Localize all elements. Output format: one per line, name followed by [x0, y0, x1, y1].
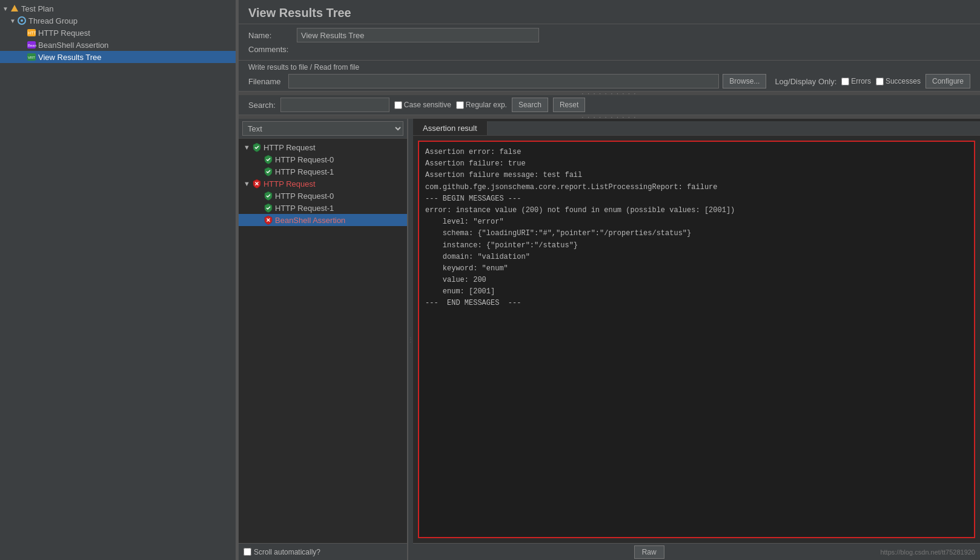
shield-green-icon: [263, 203, 273, 213]
case-sensitive-label[interactable]: Case sensitive: [394, 101, 451, 109]
successes-label: Successes: [886, 77, 921, 85]
sidebar-item-http-request[interactable]: HTTP HTTP Request: [0, 27, 236, 39]
tree-node[interactable]: HTTP Request-0: [239, 190, 407, 202]
shield-green-icon: [263, 155, 273, 164]
log-display-label: Log/Display Only:: [775, 77, 836, 86]
tab-assertion-result[interactable]: Assertion result: [413, 121, 488, 135]
arrow-icon: ▼: [243, 144, 250, 151]
regular-exp-checkbox[interactable]: [456, 101, 464, 109]
sidebar-item-label: HTTP Request: [38, 28, 90, 38]
tree-node-label: HTTP Request-1: [275, 167, 334, 176]
tree-node-label: HTTP Request: [263, 179, 316, 188]
shield-green-icon: [263, 167, 273, 176]
successes-checkbox-label[interactable]: Successes: [876, 77, 921, 85]
name-label: Name:: [248, 31, 297, 40]
split-handle[interactable]: ⋮: [408, 119, 413, 560]
dropdown-row: Text HTML JSON XML Regexp Tester: [239, 119, 407, 139]
tree-node[interactable]: ▼ HTTP Request: [239, 141, 407, 153]
view-results-tree-icon: VRT: [27, 52, 36, 62]
test-plan-icon: [10, 4, 19, 13]
log-display-row: Log/Display Only: Errors Successes Confi…: [775, 74, 970, 88]
search-section: Search: Case sensitive Regular exp. Sear…: [239, 95, 980, 115]
comments-row: Comments:: [248, 45, 970, 54]
tree-node[interactable]: HTTP Request-0: [239, 153, 407, 165]
result-panel: Assertion result Assertion error: false …: [413, 119, 980, 560]
browse-button[interactable]: Browse...: [723, 74, 766, 88]
tree-node-label: HTTP Request-0: [275, 192, 334, 201]
tree-node-label: HTTP Request: [263, 143, 316, 152]
case-sensitive-text: Case sensitive: [404, 101, 451, 109]
file-row: Filename Browse... Log/Display Only: Err…: [248, 74, 970, 88]
case-sensitive-checkbox[interactable]: [394, 101, 402, 109]
search-button[interactable]: Search: [512, 98, 548, 112]
tree-bottom-bar: Scroll automatically?: [239, 543, 407, 560]
sidebar-item-label: View Results Tree: [38, 53, 102, 62]
sidebar-item-label: Thread Group: [28, 16, 78, 25]
panel-title: View Results Tree: [239, 0, 980, 24]
sidebar-item-beanshell-assertion[interactable]: Bean BeanShell Assertion: [0, 39, 236, 51]
tree-node-label: BeanShell Assertion: [275, 216, 345, 225]
scroll-checkbox-label[interactable]: Scroll automatically?: [243, 548, 320, 556]
arrow-icon: ▼: [243, 180, 250, 187]
http-request-icon: HTTP: [27, 28, 36, 38]
view-dropdown[interactable]: Text HTML JSON XML Regexp Tester: [242, 121, 403, 136]
filename-label: Filename: [248, 77, 285, 86]
regular-exp-text: Regular exp.: [466, 101, 507, 109]
scroll-label: Scroll automatically?: [254, 548, 320, 556]
filename-input[interactable]: [288, 74, 719, 88]
tree-node-label: HTTP Request-0: [275, 155, 334, 164]
tree-node[interactable]: HTTP Request-1: [239, 202, 407, 214]
sidebar-item-thread-group[interactable]: ▼ Thread Group: [0, 15, 236, 27]
svg-point-2: [21, 19, 23, 22]
name-input[interactable]: [297, 28, 539, 42]
errors-checkbox[interactable]: [841, 78, 849, 85]
beanshell-icon: Bean: [27, 40, 36, 50]
name-row: Name:: [248, 28, 970, 42]
content-area: Text HTML JSON XML Regexp Tester ▼ HTTP …: [239, 119, 980, 560]
tree-list: ▼ HTTP Request HTTP Request-0: [239, 139, 407, 543]
configure-button[interactable]: Configure: [925, 74, 970, 88]
errors-checkbox-label[interactable]: Errors: [841, 77, 871, 85]
assertion-content: Assertion error: false Assertion failure…: [419, 142, 974, 315]
reset-button[interactable]: Reset: [553, 98, 585, 112]
tree-node[interactable]: HTTP Request-1: [239, 165, 407, 178]
svg-text:HTTP: HTTP: [28, 31, 36, 35]
form-section: Name: Comments:: [239, 24, 980, 61]
sidebar-item-test-plan[interactable]: ▼ Test Plan: [0, 2, 236, 15]
sidebar: ▼ Test Plan ▼ Thread Group HTTP HTTP Req…: [0, 0, 236, 560]
sidebar-item-view-results-tree[interactable]: VRT View Results Tree: [0, 51, 236, 63]
shield-red-icon: [252, 179, 262, 188]
successes-checkbox[interactable]: [876, 78, 884, 85]
svg-text:VRT: VRT: [28, 56, 35, 59]
title-text: View Results Tree: [248, 6, 351, 19]
regular-exp-label[interactable]: Regular exp.: [456, 101, 507, 109]
raw-button[interactable]: Raw: [634, 545, 664, 559]
result-bottom-bar: Raw https://blog.csdn.net/tt75281920: [413, 543, 980, 560]
scroll-checkbox[interactable]: [243, 548, 251, 556]
tree-node-beanshell-selected[interactable]: BeanShell Assertion: [239, 214, 407, 226]
sidebar-item-label: Test Plan: [21, 4, 53, 13]
comments-label: Comments:: [248, 45, 288, 54]
tree-panel: Text HTML JSON XML Regexp Tester ▼ HTTP …: [239, 119, 408, 560]
watermark-text: https://blog.csdn.net/tt75281920: [880, 548, 975, 556]
tree-node-label: HTTP Request-1: [275, 204, 334, 213]
result-tabs: Assertion result: [413, 121, 980, 136]
shield-green-icon: [252, 142, 262, 152]
arrow-icon: ▼: [10, 18, 16, 24]
file-section: Write results to file / Read from file F…: [239, 61, 980, 92]
file-section-title: Write results to file / Read from file: [248, 63, 970, 72]
main-panel: View Results Tree Name: Comments: Write …: [239, 0, 980, 560]
svg-marker-0: [11, 5, 18, 12]
search-label: Search:: [248, 101, 276, 110]
sidebar-item-label: BeanShell Assertion: [38, 41, 108, 50]
shield-green-icon: [263, 191, 273, 201]
result-wrapper: Assertion result Assertion error: false …: [413, 119, 980, 543]
errors-label: Errors: [851, 77, 871, 85]
tree-node-error[interactable]: ▼ HTTP Request: [239, 178, 407, 190]
assertion-result-box: Assertion error: false Assertion failure…: [418, 141, 975, 538]
search-input[interactable]: [280, 98, 389, 112]
thread-group-icon: [17, 16, 27, 25]
shield-red-icon: [263, 215, 273, 225]
search-row: Search: Case sensitive Regular exp. Sear…: [248, 98, 970, 112]
arrow-icon: ▼: [2, 5, 8, 12]
